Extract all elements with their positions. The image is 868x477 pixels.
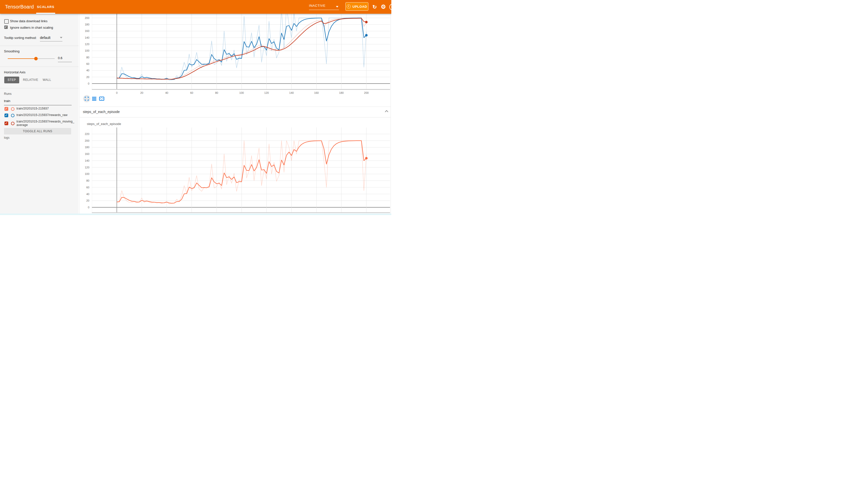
x-tick-label: 80 (215, 91, 218, 94)
show-download-links-checkbox[interactable] (4, 19, 9, 24)
run-row: ✓ train/20201015-215937/rewards_raw (4, 113, 76, 118)
section-title: steps_of_each_episode (83, 110, 120, 114)
run-color-ring (11, 114, 14, 117)
horizontal-axis-label: Horizontal Axis (4, 70, 26, 74)
tab-scalars[interactable]: SCALARS (36, 0, 55, 14)
help-icon[interactable] (389, 4, 391, 10)
run-row: ✓ train/20201015-215937 (4, 107, 76, 112)
x-tick-label: 120 (264, 91, 269, 94)
x-tick-label: 140 (289, 91, 294, 94)
y-tick-label: 160 (81, 152, 89, 155)
show-download-links-label: Show data download links (10, 19, 48, 23)
ignore-outliers-checkbox[interactable]: ✓ (4, 26, 8, 29)
x-tick-label: 20 (140, 91, 143, 94)
x-tick-label: 200 (364, 91, 369, 94)
y-tick-label: 220 (81, 132, 89, 135)
y-tick-label: 60 (81, 186, 89, 189)
y-tick-label: 100 (81, 49, 89, 52)
smoothing-slider[interactable] (8, 58, 55, 59)
y-tick-label: 80 (81, 179, 89, 182)
y-tick-label: 0 (81, 82, 89, 85)
y-tick-label: 0 (81, 206, 89, 209)
y-tick-label: 20 (81, 199, 89, 202)
ignore-outliers-label: Ignore outliers in chart scaling (10, 26, 53, 29)
section-header-steps-of-each-episode[interactable]: steps_of_each_episode (80, 106, 391, 118)
y-tick-label: 140 (81, 36, 89, 39)
refresh-icon[interactable]: ↻ (371, 0, 378, 14)
status-dropdown-value: INACTIVE (309, 4, 326, 7)
y-tick-label: 20 (81, 75, 89, 78)
y-tick-label: 120 (81, 166, 89, 169)
settings-gear-icon[interactable]: ⚙ (380, 0, 387, 14)
x-tick-label: 40 (165, 91, 168, 94)
y-tick-label: 180 (81, 23, 89, 26)
tab-active-indicator (36, 13, 55, 14)
x-tick-label: 0 (116, 91, 118, 94)
x-tick-label: 60 (190, 91, 193, 94)
tooltip-sorting-value: default (40, 36, 51, 40)
app-title: TensorBoard (5, 4, 34, 10)
upload-button[interactable]: i UPLOAD (345, 2, 368, 11)
info-icon: i (347, 4, 351, 8)
x-tick-label: 100 (239, 91, 244, 94)
run-checkbox[interactable]: ✓ (4, 114, 8, 117)
smoothing-slider-thumb[interactable] (34, 57, 38, 60)
y-tick-label: 140 (81, 159, 89, 162)
y-tick-label: 160 (81, 29, 89, 32)
run-checkbox[interactable]: ✓ (4, 107, 8, 111)
check-icon: ✓ (5, 114, 7, 117)
runs-filter-input[interactable]: train (4, 99, 72, 105)
run-label: train/20201015-215937 (17, 107, 74, 110)
chevron-down-icon (60, 37, 62, 38)
y-tick-label: 60 (81, 62, 89, 65)
log-scale-icon[interactable] (92, 97, 96, 101)
status-dropdown[interactable]: INACTIVE (309, 4, 339, 10)
toggle-all-runs-button[interactable]: TOGGLE ALL RUNS (4, 128, 71, 134)
run-checkbox[interactable]: ✓ (4, 122, 8, 125)
run-color-ring (11, 122, 14, 125)
divider (0, 88, 79, 88)
run-label: train/20201015-215937/rewards_raw (17, 114, 74, 117)
x-tick-label: 180 (339, 91, 344, 94)
chevron-up-icon[interactable] (384, 110, 389, 113)
y-tick-label: 100 (81, 172, 89, 176)
chart-title: steps_of_each_episode (87, 122, 121, 126)
run-row: ✓ train/20201015-215937/rewards_moving_a… (4, 120, 76, 128)
smoothing-label: Smoothing (4, 50, 20, 53)
y-tick-label: 180 (81, 146, 89, 149)
upload-button-label: UPLOAD (352, 5, 367, 8)
y-tick-label: 40 (81, 69, 89, 72)
y-tick-label: 40 (81, 193, 89, 196)
runs-label: Runs (4, 92, 11, 96)
tooltip-sorting-dropdown[interactable]: default (40, 36, 62, 41)
smoothing-slider-fill (8, 58, 36, 59)
fit-domain-icon[interactable] (99, 97, 104, 101)
run-label: train/20201015-215937/rewards_moving_ave… (17, 120, 74, 127)
y-tick-label: 80 (81, 56, 89, 59)
chevron-down-icon (336, 6, 338, 7)
expand-chart-icon[interactable] (83, 95, 90, 102)
y-tick-label: 200 (81, 17, 89, 20)
tooltip-sorting-label: Tooltip sorting method: (4, 36, 37, 40)
check-icon: ✓ (5, 107, 7, 110)
app-header: TensorBoard SCALARS INACTIVE i UPLOAD ↻ … (0, 0, 391, 14)
check-icon: ✓ (5, 122, 7, 125)
chart-toolbar (83, 95, 113, 102)
rewards-chart-plot[interactable] (92, 14, 390, 90)
check-icon: ✓ (4, 25, 7, 29)
smoothing-value-input[interactable]: 0.6 (58, 56, 72, 62)
logs-label: logs (4, 136, 9, 139)
x-tick-label: 160 (314, 91, 319, 94)
run-color-ring (11, 107, 14, 111)
settings-sidebar: Show data download links ✓ Ignore outlie… (0, 14, 79, 214)
horizontal-scrollbar[interactable] (0, 214, 391, 215)
axis-wall-button[interactable]: WALL (42, 76, 52, 83)
steps-chart-plot[interactable] (92, 127, 390, 213)
axis-step-button[interactable]: STEP (4, 76, 19, 83)
y-tick-label: 200 (81, 139, 89, 142)
y-tick-label: 120 (81, 43, 89, 46)
axis-relative-button[interactable]: RELATIVE (23, 76, 36, 83)
